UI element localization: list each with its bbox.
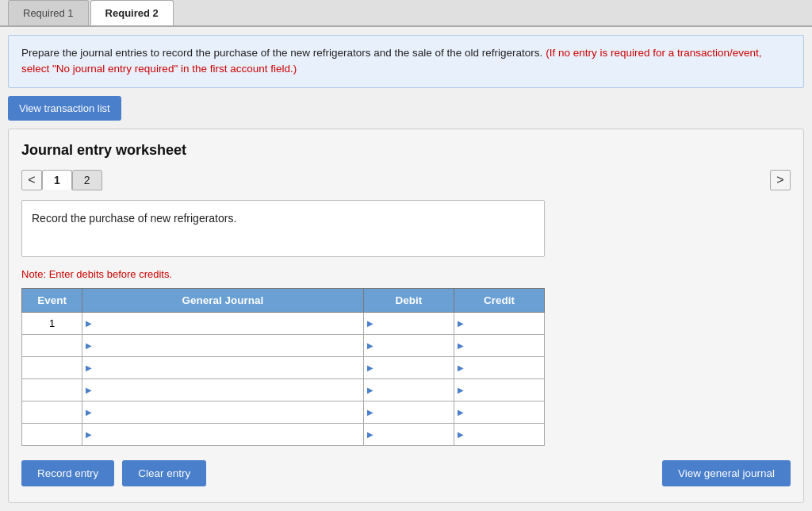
- gj-input-2[interactable]: [82, 357, 363, 378]
- description-text: Record the purchase of new refrigerators…: [32, 212, 236, 225]
- event-cell-0[interactable]: [22, 312, 82, 334]
- event-input-4[interactable]: [22, 402, 82, 423]
- table-row: [22, 312, 545, 334]
- debit-input-3[interactable]: [364, 379, 454, 401]
- credit-cell-1[interactable]: [454, 334, 544, 356]
- event-cell-5[interactable]: [22, 423, 82, 445]
- col-credit: Credit: [454, 288, 544, 312]
- event-cell-1[interactable]: [22, 334, 82, 356]
- credit-input-5[interactable]: [454, 424, 544, 445]
- table-row: [22, 423, 545, 445]
- record-entry-btn[interactable]: Record entry: [21, 460, 114, 486]
- tab-required2[interactable]: Required 2: [90, 0, 174, 25]
- debit-cell-2[interactable]: [363, 356, 454, 378]
- table-row: [22, 334, 545, 356]
- instruction-main: Prepare the journal entries to record th…: [21, 47, 542, 59]
- worksheet-container: Journal entry worksheet < 1 2 > Record t…: [8, 129, 804, 503]
- event-input-0[interactable]: [22, 313, 82, 334]
- credit-input-4[interactable]: [454, 402, 544, 423]
- event-cell-4[interactable]: [22, 401, 82, 423]
- debit-cell-3[interactable]: [363, 378, 454, 401]
- buttons-row: Record entry Clear entry View general jo…: [21, 460, 791, 486]
- gj-cell-4[interactable]: [82, 401, 364, 423]
- clear-entry-btn[interactable]: Clear entry: [122, 460, 206, 486]
- table-row: [22, 356, 545, 378]
- event-cell-3[interactable]: [22, 378, 82, 401]
- gj-cell-3[interactable]: [82, 378, 364, 401]
- debit-input-0[interactable]: [364, 313, 454, 334]
- nav-tab-1[interactable]: 1: [42, 170, 72, 190]
- nav-tab-2[interactable]: 2: [72, 170, 102, 190]
- gj-input-5[interactable]: [82, 424, 363, 445]
- debit-cell-4[interactable]: [363, 401, 454, 423]
- credit-input-0[interactable]: [454, 313, 544, 334]
- credit-cell-3[interactable]: [454, 378, 544, 401]
- tab-required1[interactable]: Required 1: [8, 0, 89, 25]
- col-debit: Debit: [363, 288, 454, 312]
- next-arrow-btn[interactable]: >: [770, 170, 791, 190]
- gj-input-4[interactable]: [82, 402, 363, 423]
- gj-cell-0[interactable]: [82, 312, 364, 334]
- event-input-5[interactable]: [22, 424, 82, 445]
- gj-input-0[interactable]: [82, 313, 363, 334]
- credit-input-3[interactable]: [454, 379, 544, 401]
- view-transaction-btn[interactable]: View transaction list: [8, 96, 121, 121]
- view-general-journal-btn[interactable]: View general journal: [662, 460, 791, 486]
- gj-cell-2[interactable]: [82, 356, 364, 378]
- debit-input-2[interactable]: [364, 357, 454, 378]
- prev-arrow-btn[interactable]: <: [21, 170, 42, 190]
- gj-input-1[interactable]: [82, 335, 363, 356]
- description-box: Record the purchase of new refrigerators…: [21, 200, 545, 257]
- gj-cell-5[interactable]: [82, 423, 364, 445]
- debit-input-4[interactable]: [364, 402, 454, 423]
- gj-input-3[interactable]: [82, 379, 363, 401]
- event-cell-2[interactable]: [22, 356, 82, 378]
- credit-cell-5[interactable]: [454, 423, 544, 445]
- note-text: Note: Enter debits before credits.: [21, 268, 791, 280]
- event-input-1[interactable]: [22, 335, 82, 356]
- debit-input-1[interactable]: [364, 335, 454, 356]
- credit-input-2[interactable]: [454, 357, 544, 378]
- gj-cell-1[interactable]: [82, 334, 364, 356]
- worksheet-title: Journal entry worksheet: [21, 142, 791, 159]
- col-general-journal: General Journal: [82, 288, 364, 312]
- credit-input-1[interactable]: [454, 335, 544, 356]
- debit-cell-1[interactable]: [363, 334, 454, 356]
- event-input-3[interactable]: [22, 379, 82, 401]
- nav-row: < 1 2 >: [21, 170, 791, 190]
- journal-table: Event General Journal Debit Credit: [21, 288, 545, 446]
- credit-cell-0[interactable]: [454, 312, 544, 334]
- event-input-2[interactable]: [22, 357, 82, 378]
- top-tabs: Required 1 Required 2: [0, 0, 812, 27]
- instruction-bar: Prepare the journal entries to record th…: [8, 35, 804, 88]
- debit-cell-5[interactable]: [363, 423, 454, 445]
- debit-input-5[interactable]: [364, 424, 454, 445]
- debit-cell-0[interactable]: [363, 312, 454, 334]
- col-event: Event: [22, 288, 82, 312]
- credit-cell-2[interactable]: [454, 356, 544, 378]
- credit-cell-4[interactable]: [454, 401, 544, 423]
- table-row: [22, 378, 545, 401]
- table-row: [22, 401, 545, 423]
